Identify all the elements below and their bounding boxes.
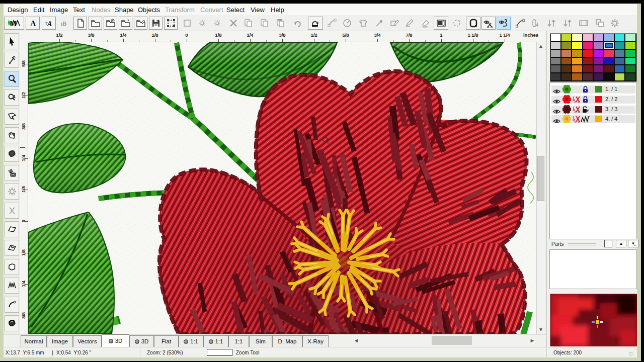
svg-text:ıB: ıB: [61, 20, 66, 27]
svg-text:A: A: [47, 20, 52, 28]
svg-text:A: A: [30, 19, 36, 28]
svg-text:1: 1: [13, 94, 16, 99]
